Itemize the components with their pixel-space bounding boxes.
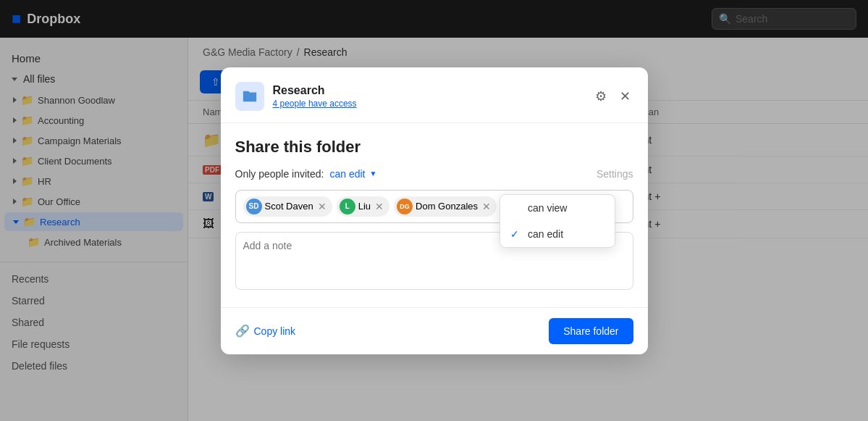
- invitee-avatar: SD: [246, 199, 262, 214]
- modal-folder-name: Research: [273, 84, 583, 97]
- invitee-remove-button[interactable]: ✕: [318, 201, 326, 212]
- modal-overlay: Research 4 people have access ⚙ ✕ Share …: [0, 0, 868, 421]
- settings-icon-button[interactable]: ⚙: [592, 86, 610, 107]
- permission-label: Only people invited:: [235, 168, 324, 180]
- share-folder-label: Share folder: [563, 325, 618, 337]
- close-button[interactable]: ✕: [617, 86, 633, 107]
- share-controls: Only people invited: can edit ▼ Settings: [235, 168, 633, 180]
- permission-dropdown-menu: can view ✓ can edit: [500, 194, 615, 248]
- dropdown-item-can-edit[interactable]: ✓ can edit: [500, 221, 615, 247]
- copy-link-button[interactable]: 🔗 Copy link: [235, 324, 296, 338]
- invitee-avatar: L: [340, 199, 355, 214]
- invitee-name: Dom Gonzales: [416, 201, 478, 212]
- modal-access-text[interactable]: 4 people have access: [273, 99, 583, 109]
- modal-header-actions: ⚙ ✕: [592, 86, 633, 107]
- invitee-tag: SD Scot Daven ✕: [243, 196, 332, 217]
- share-folder-button[interactable]: Share folder: [549, 318, 633, 344]
- permission-dropdown[interactable]: Only people invited: can edit ▼: [235, 168, 377, 180]
- modal-header: Research 4 people have access ⚙ ✕: [221, 67, 648, 123]
- modal-footer: 🔗 Copy link Share folder: [221, 307, 648, 354]
- invitee-tag: DG Dom Gonzales ✕: [394, 196, 497, 217]
- copy-link-label: Copy link: [254, 325, 296, 337]
- link-icon: 🔗: [235, 324, 250, 338]
- invitee-name: Liu: [358, 201, 371, 212]
- modal-folder-icon: [235, 82, 264, 111]
- invitee-remove-button[interactable]: ✕: [482, 201, 491, 212]
- invitee-avatar: DG: [397, 199, 413, 214]
- invitee-tag: L Liu ✕: [337, 196, 389, 217]
- invitee-remove-button[interactable]: ✕: [375, 201, 384, 212]
- check-icon: ✓: [510, 228, 522, 240]
- check-icon: [510, 202, 522, 214]
- share-title: Share this folder: [235, 138, 633, 157]
- settings-link[interactable]: Settings: [597, 168, 633, 180]
- permission-value: can edit: [329, 168, 365, 180]
- invitee-name: Scot Daven: [265, 201, 313, 212]
- dropdown-item-label: can edit: [528, 228, 563, 240]
- dropdown-item-label: can view: [528, 202, 567, 214]
- modal-title-block: Research 4 people have access: [273, 84, 583, 109]
- permission-chevron-icon: ▼: [370, 170, 377, 178]
- dropdown-item-can-view[interactable]: can view: [500, 195, 615, 221]
